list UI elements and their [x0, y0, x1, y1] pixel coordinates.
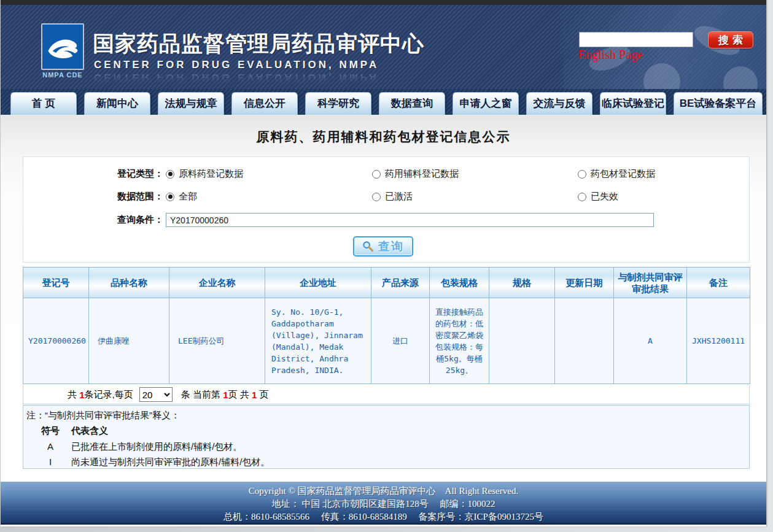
pager-text: 页: [257, 389, 268, 401]
results-table: 登记号 品种名称 企业名称 企业地址 产品来源 包装规格 规格 更新日期 与制剂…: [23, 267, 750, 384]
radio-icon[interactable]: [166, 170, 174, 179]
note-meaning-i: 尚未通过与制剂共同审评审批的原料/辅料/包材。: [71, 457, 270, 468]
note-symbol-a: A: [37, 441, 64, 452]
logo-caption: NMPA CDE: [36, 71, 89, 79]
col-header-remark: 备注: [687, 268, 750, 298]
site-footer: Copyright © 国家药品监督管理局药品审评中心 All Right Re…: [1, 482, 766, 525]
pagination-bar: 共 1条记录,每页 20 条 当前第 1页 共 1 页: [23, 385, 750, 404]
table-row: Y20170000260 伊曲康唑 LEE制药公司 Sy. No. 10/G-1…: [23, 298, 750, 384]
cell-source: 进口: [371, 298, 430, 384]
radio-option-all[interactable]: 全部: [166, 191, 197, 202]
radio-option-expired[interactable]: 已失效: [578, 191, 618, 202]
col-header-update-date: 更新日期: [555, 268, 614, 298]
top-dark-bar: [1, 0, 766, 5]
radio-label: 已失效: [591, 191, 618, 202]
reg-type-row: 登记类型： 原料药登记数据 药用辅料登记数据 药包材登记数据: [23, 168, 749, 183]
radio-label: 原料药登记数据: [179, 168, 243, 180]
nav-tab-clinical-trial[interactable]: 临床试验登记: [600, 92, 666, 115]
current-page: 1: [223, 390, 228, 400]
site-container: NMPA CDE 国家药品监督管理局药品审评中心 CENTER FOR DRUG…: [1, 0, 766, 526]
nav-tab-science[interactable]: 科学研究: [305, 92, 371, 115]
query-submit-button[interactable]: 查询: [353, 236, 413, 256]
col-header-company: 企业名称: [169, 268, 265, 298]
header-search-input[interactable]: [579, 32, 693, 47]
site-title-reflection: CENTER FOR DRUG EVALUATION, NMPA: [94, 71, 379, 83]
nav-tab-news[interactable]: 新闻中心: [84, 92, 150, 115]
notes-symbol-header: 符号: [37, 425, 64, 437]
cell-company: LEE制药公司: [169, 298, 265, 384]
col-header-spec: 规格: [489, 268, 555, 298]
radio-label: 药用辅料登记数据: [385, 168, 459, 180]
radio-label: 已激活: [385, 191, 413, 202]
col-header-reg-no: 登记号: [23, 268, 89, 298]
radio-icon[interactable]: [578, 170, 586, 179]
notes-meaning-header: 代表含义: [71, 425, 108, 437]
note-meaning-a: 已批准在上市制剂使用的原料/辅料/包材。: [71, 441, 242, 453]
pager-text: 条记录,每页: [85, 389, 133, 401]
col-header-address: 企业地址: [265, 268, 371, 298]
radio-icon[interactable]: [372, 170, 381, 179]
page-title: 原料药、药用辅料和药包材登记信息公示: [1, 128, 766, 145]
radio-option-packaging[interactable]: 药包材登记数据: [578, 168, 655, 180]
col-header-product-name: 品种名称: [89, 268, 169, 298]
record-count: 1: [79, 390, 84, 400]
cell-update-date: [555, 298, 614, 384]
cell-spec: [489, 298, 555, 384]
main-content: 原料药、药用辅料和药包材登记信息公示 登记类型： 原料药登记数据 药用辅料登记数…: [1, 115, 766, 482]
pager-text: 共: [68, 389, 79, 401]
radio-icon[interactable]: [166, 193, 174, 201]
nav-tab-regulations[interactable]: 法规与规章: [158, 92, 224, 115]
header-search-button[interactable]: 搜索: [708, 31, 753, 48]
magnifier-icon: [362, 241, 374, 252]
cell-pack-spec: 直接接触药品的药包材：低密度聚乙烯袋包装规格：每桶5kg。每桶25kg。: [430, 298, 489, 384]
nav-tab-data-query[interactable]: 数据查询: [379, 92, 445, 115]
cell-reg-no[interactable]: Y20170000260: [23, 298, 89, 384]
radio-option-active[interactable]: 已激活: [372, 191, 413, 202]
notes-panel: 注：“与制剂共同审评审批结果”释义： 符号 代表含义 A 已批准在上市制剂使用的…: [23, 405, 750, 469]
site-header: NMPA CDE 国家药品监督管理局药品审评中心 CENTER FOR DRUG…: [1, 5, 766, 89]
footer-copyright: Copyright © 国家药品监督管理局药品审评中心 All Right Re…: [1, 485, 766, 498]
cell-product-name: 伊曲康唑: [89, 298, 169, 384]
radio-option-raw-material[interactable]: 原料药登记数据: [166, 168, 243, 180]
col-header-joint-review: 与制剂共同审评审批结果: [614, 268, 687, 298]
reg-type-label: 登记类型：: [23, 168, 163, 180]
query-condition-label: 查询条件：: [23, 214, 163, 226]
english-page-link[interactable]: English Page: [578, 48, 643, 62]
logo-swoosh-icon: [45, 29, 80, 64]
notes-title: 注：“与制剂共同审评审批结果”释义：: [26, 410, 180, 422]
site-title-chinese: 国家药品监督管理局药品审评中心: [93, 29, 424, 58]
page-size-select[interactable]: 20: [139, 387, 173, 402]
nav-tab-feedback[interactable]: 交流与反馈: [526, 92, 592, 115]
total-pages: 1: [252, 390, 257, 400]
nav-tab-info-disclosure[interactable]: 信息公开: [231, 92, 298, 115]
pager-text: 页 共: [228, 389, 252, 401]
query-form-panel: 登记类型： 原料药登记数据 药用辅料登记数据 药包材登记数据: [23, 156, 750, 263]
note-symbol-i: I: [37, 457, 64, 467]
site-title-english: CENTER FOR DRUG EVALUATION, NMPA: [94, 59, 379, 71]
page-background: NMPA CDE 国家药品监督管理局药品审评中心 CENTER FOR DRUG…: [0, 0, 773, 532]
table-header-row: 登记号 品种名称 企业名称 企业地址 产品来源 包装规格 规格 更新日期 与制剂…: [23, 268, 750, 298]
col-header-pack-spec: 包装规格: [430, 268, 489, 298]
nav-tab-be-platform[interactable]: BE试验备案平台: [674, 92, 763, 115]
radio-icon[interactable]: [372, 193, 381, 201]
data-scope-label: 数据范围：: [23, 191, 163, 202]
cell-address: Sy. No. 10/G-1, Gaddapotharam (Village),…: [265, 298, 371, 384]
radio-label: 药包材登记数据: [591, 168, 655, 180]
nmpa-cde-logo[interactable]: [41, 23, 84, 70]
cell-joint-review: A: [614, 298, 687, 384]
radio-icon[interactable]: [578, 193, 586, 201]
cell-remark: JXHS1200111: [687, 298, 750, 384]
query-condition-input[interactable]: [166, 213, 654, 227]
query-condition-row: 查询条件：: [23, 214, 749, 229]
pager-text: 条 当前第: [179, 389, 223, 401]
col-header-source: 产品来源: [371, 268, 430, 298]
footer-address: 地址： 中国 北京市朝阳区建国路128号 邮编：100022: [1, 498, 766, 511]
main-navigation: 首 页 新闻中心 法规与规章 信息公开 科学研究 数据查询 申请人之窗 交流与反…: [1, 89, 766, 115]
radio-option-excipient[interactable]: 药用辅料登记数据: [372, 168, 459, 180]
radio-label: 全部: [179, 191, 197, 202]
nav-tab-home[interactable]: 首 页: [10, 92, 77, 115]
footer-contact: 总机：8610-68585566 传真：8610-68584189 备案序号：京…: [1, 511, 766, 523]
nav-tab-applicant[interactable]: 申请人之窗: [453, 92, 519, 115]
query-submit-label: 查询: [378, 239, 404, 255]
data-scope-row: 数据范围： 全部 已激活 已失效: [23, 191, 749, 206]
